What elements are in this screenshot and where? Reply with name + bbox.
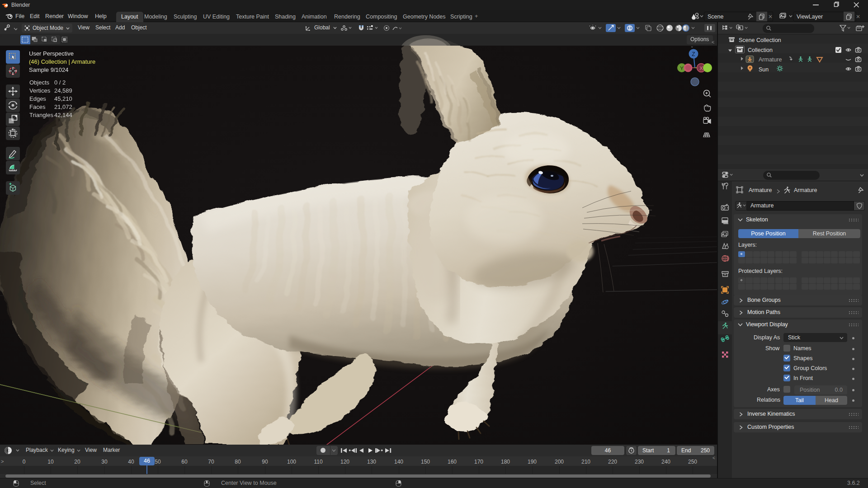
svg-text:Z: Z — [692, 51, 695, 57]
svg-text:Armature: Armature — [759, 56, 782, 63]
svg-text:Sun: Sun — [759, 66, 769, 73]
svg-text:Collection: Collection — [748, 47, 773, 53]
svg-text:Y: Y — [680, 66, 684, 71]
svg-text:X: X — [699, 66, 703, 71]
svg-text:Scene Collection: Scene Collection — [739, 37, 781, 43]
